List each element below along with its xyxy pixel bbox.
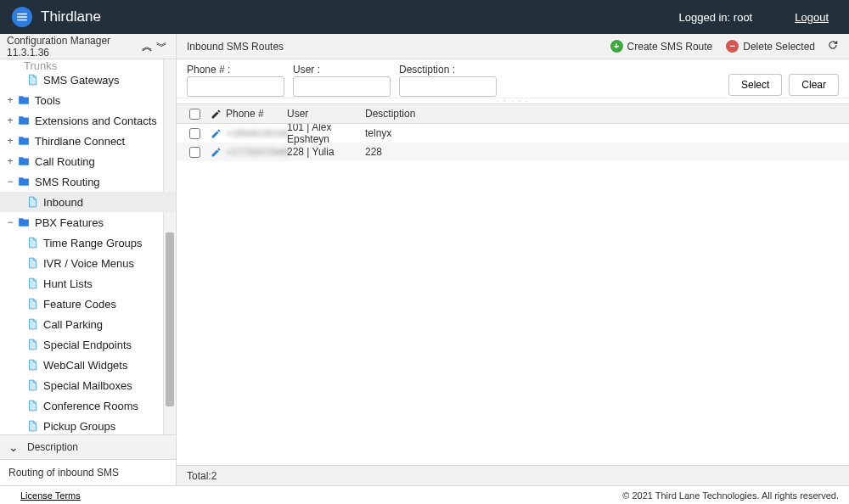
filter-user-label: User : (293, 64, 391, 76)
cell-phone: +17733372948 (226, 147, 287, 157)
nav-item-sms-gateways[interactable]: SMS Gateways (0, 70, 176, 90)
sidebar-title: Configuration Manager 11.3.1.36 (7, 35, 140, 59)
nav-item-label: Call Routing (35, 155, 95, 168)
file-icon (25, 298, 39, 310)
nav-item-label: PBX Features (35, 216, 104, 229)
row-checkbox[interactable] (189, 128, 200, 139)
nav-tree: Trunks SMS Gateways+Tools+Extensions and… (0, 59, 176, 434)
folder-icon (17, 155, 31, 167)
nav-item-label: Feature Codes (43, 298, 116, 311)
folder-icon (17, 94, 31, 106)
brand-logo-icon (12, 7, 32, 27)
file-icon (25, 196, 39, 208)
filter-user-input[interactable] (293, 76, 391, 97)
file-icon (25, 74, 39, 86)
clear-button[interactable]: Clear (789, 74, 839, 96)
expand-all-icon[interactable]: ︾ (155, 41, 169, 52)
nav-item-call-routing[interactable]: +Call Routing (0, 151, 176, 171)
filter-phone-label: Phone # : (187, 64, 284, 76)
nav-item-cutoff[interactable]: Trunks (0, 59, 176, 70)
logged-in-label: Logged in: root (678, 11, 752, 24)
refresh-button[interactable] (827, 39, 839, 53)
nav-item-label: Inbound (43, 196, 83, 209)
table-row[interactable]: +17733372948228 | Yulia228 (177, 143, 849, 161)
collapse-all-icon[interactable]: ︽ (140, 41, 155, 52)
expand-icon[interactable]: + (5, 135, 15, 147)
edit-column-icon (205, 109, 226, 120)
nav-item-label: IVR / Voice Menus (43, 257, 134, 270)
cell-desc: telnyx (365, 127, 849, 139)
nav-item-call-parking[interactable]: Call Parking (0, 314, 176, 334)
folder-icon (17, 176, 31, 188)
brand-name: Thirdlane (41, 8, 101, 25)
nav-item-extensions-and-contacts[interactable]: +Extensions and Contacts (0, 110, 176, 131)
create-sms-route-button[interactable]: + Create SMS Route (610, 40, 713, 53)
nav-item-tools[interactable]: +Tools (0, 90, 176, 110)
delete-selected-button[interactable]: − Delete Selected (726, 40, 815, 53)
cell-phone: +18508226158 (226, 128, 287, 138)
file-icon (25, 379, 39, 391)
file-icon (25, 318, 39, 330)
sidebar-header: Configuration Manager 11.3.1.36 ︽ ︾ (0, 34, 176, 59)
col-user[interactable]: User (287, 108, 365, 120)
select-button[interactable]: Select (728, 74, 782, 96)
nav-item-special-endpoints[interactable]: Special Endpoints (0, 334, 176, 355)
plus-icon: + (610, 40, 623, 53)
folder-icon (17, 135, 31, 147)
nav-item-label: Thirdlane Connect (35, 135, 125, 148)
total-bar: Total: 2 (177, 465, 849, 485)
nav-item-time-range-groups[interactable]: Time Range Groups (0, 232, 176, 253)
nav-item-thirdlane-connect[interactable]: +Thirdlane Connect (0, 131, 176, 151)
copyright-text: © 2021 Third Lane Technologies. All righ… (622, 490, 839, 501)
filter-phone-input[interactable] (187, 76, 284, 97)
collapse-icon[interactable]: − (5, 216, 15, 228)
nav-item-label: Special Mailboxes (43, 379, 132, 392)
nav-item-pickup-groups[interactable]: Pickup Groups (0, 416, 176, 434)
row-checkbox[interactable] (189, 147, 200, 158)
nav-item-label: Call Parking (43, 318, 103, 331)
page-title: Inbound SMS Routes (187, 41, 284, 53)
nav-item-webcall-widgets[interactable]: WebCall Widgets (0, 355, 176, 375)
chevron-down-icon: ⌄ (8, 440, 19, 454)
file-icon (25, 237, 39, 249)
nav-item-label: SMS Routing (35, 176, 100, 188)
edit-row-button[interactable] (205, 128, 226, 139)
nav-item-label: Special Endpoints (43, 339, 132, 351)
filter-desc-label: Desctiption : (399, 64, 497, 76)
file-icon (25, 400, 39, 412)
cell-desc: 228 (365, 146, 849, 158)
nav-item-special-mailboxes[interactable]: Special Mailboxes (0, 375, 176, 395)
nav-item-sms-routing[interactable]: −SMS Routing (0, 171, 176, 192)
file-icon (25, 257, 39, 269)
nav-item-inbound[interactable]: Inbound (0, 192, 176, 212)
edit-row-button[interactable] (205, 147, 226, 158)
expand-icon[interactable]: + (5, 94, 15, 106)
nav-item-label: Tools (35, 94, 60, 107)
description-panel-header[interactable]: ⌄ Description (0, 434, 176, 460)
filter-desc-input[interactable] (399, 76, 497, 97)
nav-item-label: Time Range Groups (43, 237, 143, 249)
logout-link[interactable]: Logout (795, 11, 829, 24)
minus-icon: − (726, 40, 739, 53)
nav-item-conference-rooms[interactable]: Conference Rooms (0, 395, 176, 416)
cell-user: 101 | Alex Epshteyn (287, 124, 365, 145)
folder-icon (17, 216, 31, 228)
description-panel-body: Routing of inbound SMS (0, 460, 176, 485)
nav-item-label: SMS Gateways (43, 74, 120, 87)
folder-icon (17, 115, 31, 126)
nav-item-ivr-voice-menus[interactable]: IVR / Voice Menus (0, 253, 176, 273)
expand-icon[interactable]: + (5, 155, 15, 167)
select-all-checkbox[interactable] (189, 109, 200, 120)
table-row[interactable]: +18508226158101 | Alex Epshteyntelnyx (177, 124, 849, 143)
nav-item-label: WebCall Widgets (43, 359, 127, 372)
col-desc[interactable]: Desctiption (365, 108, 849, 120)
expand-icon[interactable]: + (5, 115, 15, 126)
nav-item-feature-codes[interactable]: Feature Codes (0, 294, 176, 314)
license-terms-link[interactable]: License Terms (20, 490, 81, 501)
collapse-icon[interactable]: − (5, 176, 15, 188)
nav-item-pbx-features[interactable]: −PBX Features (0, 212, 176, 232)
nav-item-hunt-lists[interactable]: Hunt Lists (0, 273, 176, 294)
file-icon (25, 339, 39, 350)
file-icon (25, 359, 39, 371)
col-phone[interactable]: Phone # (226, 108, 287, 120)
